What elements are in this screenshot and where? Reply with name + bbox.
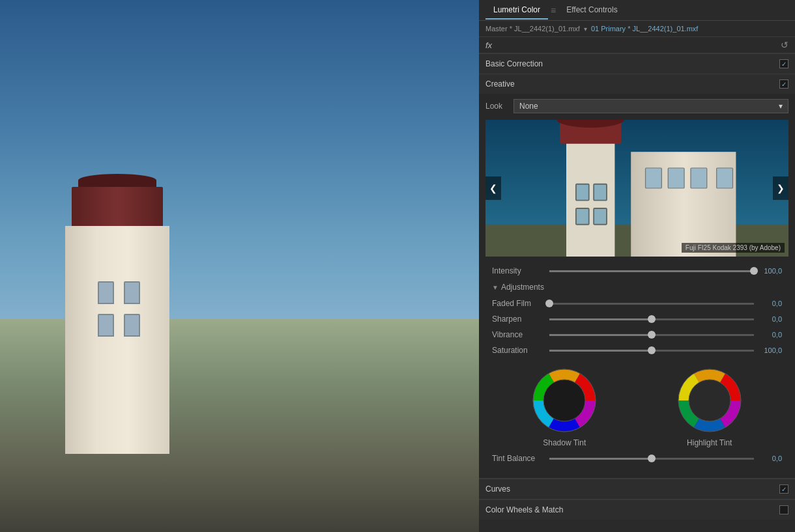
saturation-label: Saturation bbox=[492, 346, 544, 355]
adjustments-header[interactable]: ▼ Adjustments bbox=[485, 279, 788, 296]
vibrance-row: Vibrance 0,0 bbox=[485, 327, 788, 343]
lighthouse-main bbox=[65, 226, 169, 454]
curves-section-header[interactable]: Curves bbox=[479, 479, 795, 499]
sharpen-label: Sharpen bbox=[492, 315, 544, 324]
chevron-down-icon: ▾ bbox=[584, 25, 587, 33]
color-wheels-match-section: Color Wheels & Match bbox=[479, 499, 795, 520]
vibrance-slider[interactable] bbox=[549, 334, 754, 336]
look-value: None bbox=[519, 102, 538, 111]
faded-film-value: 0,0 bbox=[759, 300, 782, 307]
shadow-tint-wheel bbox=[532, 368, 597, 433]
svg-rect-12 bbox=[691, 168, 707, 188]
panel-tabs: Lumetri Color ≡ Effect Controls bbox=[479, 0, 795, 21]
svg-rect-10 bbox=[646, 168, 662, 188]
vibrance-label: Vibrance bbox=[492, 330, 544, 339]
svg-rect-7 bbox=[594, 184, 607, 201]
saturation-slider[interactable] bbox=[549, 350, 754, 352]
faded-film-thumb[interactable] bbox=[545, 300, 553, 307]
dropdown-chevron-icon: ▾ bbox=[779, 102, 783, 111]
lighthouse-cap bbox=[78, 174, 156, 187]
fx-bar: fx ↺ bbox=[479, 37, 795, 53]
tint-balance-value: 0,0 bbox=[759, 455, 782, 462]
highlight-tint-item: Highlight Tint bbox=[677, 368, 742, 447]
intensity-fill bbox=[549, 270, 754, 272]
adjustments-title: Adjustments bbox=[501, 283, 544, 292]
intensity-value: 100,0 bbox=[759, 267, 782, 275]
lighthouse-window bbox=[124, 281, 140, 304]
svg-rect-3 bbox=[566, 128, 614, 257]
faded-film-row: Faded Film 0,0 bbox=[485, 296, 788, 311]
lighthouse-window bbox=[98, 314, 114, 337]
tint-balance-row: Tint Balance 0,0 bbox=[485, 451, 788, 473]
intensity-slider[interactable] bbox=[549, 270, 754, 272]
faded-film-label: Faded Film bbox=[492, 299, 544, 308]
color-wheels-match-checkbox[interactable] bbox=[779, 505, 788, 514]
sharpen-fill bbox=[549, 318, 652, 320]
curves-title: Curves bbox=[485, 484, 510, 494]
faded-film-slider[interactable] bbox=[549, 303, 754, 305]
primary-clip-name: 01 Primary * JL__2442(1)_01.mxf bbox=[591, 25, 698, 33]
intensity-thumb[interactable] bbox=[750, 267, 758, 275]
creative-section-header[interactable]: Creative bbox=[479, 74, 795, 94]
tint-balance-slider[interactable] bbox=[549, 458, 754, 460]
tab-effect-controls[interactable]: Effect Controls bbox=[558, 1, 625, 20]
svg-rect-13 bbox=[717, 168, 733, 188]
look-preview-area: Fuji FI25 Kodak 2393 (by Adobe) ❮ ❯ bbox=[485, 120, 788, 257]
intensity-label: Intensity bbox=[492, 266, 544, 275]
preview-caption: Fuji FI25 Kodak 2393 (by Adobe) bbox=[682, 243, 785, 253]
lighthouse-scene bbox=[0, 0, 479, 532]
svg-rect-2 bbox=[631, 152, 736, 257]
vibrance-fill bbox=[549, 334, 652, 336]
lighthouse-top bbox=[72, 187, 163, 226]
preview-next-button[interactable]: ❯ bbox=[773, 176, 788, 200]
svg-rect-11 bbox=[668, 168, 684, 188]
look-preview-image bbox=[485, 120, 788, 257]
creative-content: Look None ▾ bbox=[479, 94, 795, 478]
tint-balance-label: Tint Balance bbox=[492, 454, 544, 463]
look-label: Look bbox=[485, 102, 508, 111]
look-dropdown[interactable]: None ▾ bbox=[513, 99, 788, 113]
creative-checkbox[interactable] bbox=[779, 79, 788, 89]
panel-scrollable-content[interactable]: Basic Correction Creative Look None ▾ bbox=[479, 53, 795, 532]
look-row: Look None ▾ bbox=[485, 99, 788, 113]
vibrance-value: 0,0 bbox=[759, 331, 782, 339]
color-wheels-match-title: Color Wheels & Match bbox=[485, 505, 563, 514]
lighthouse-window bbox=[98, 281, 114, 304]
clip-header: Master * JL__2442(1)_01.mxf ▾ 01 Primary… bbox=[479, 21, 795, 37]
svg-rect-6 bbox=[576, 184, 589, 201]
lighthouse-windows bbox=[98, 281, 140, 337]
creative-title: Creative bbox=[485, 79, 515, 89]
collapse-triangle-icon: ▼ bbox=[492, 284, 499, 291]
sharpen-slider[interactable] bbox=[549, 318, 754, 320]
sharpen-thumb[interactable] bbox=[648, 315, 656, 323]
tab-lumetri-color[interactable]: Lumetri Color bbox=[485, 1, 548, 20]
video-preview-panel bbox=[0, 0, 479, 532]
master-clip-name: Master * JL__2442(1)_01.mxf bbox=[485, 25, 580, 33]
color-wheels-match-section-header[interactable]: Color Wheels & Match bbox=[479, 499, 795, 520]
vibrance-thumb[interactable] bbox=[648, 331, 656, 339]
saturation-value: 100,0 bbox=[759, 346, 782, 354]
basic-correction-checkbox[interactable] bbox=[779, 59, 788, 68]
svg-rect-8 bbox=[576, 208, 589, 225]
svg-rect-9 bbox=[594, 208, 607, 225]
basic-correction-title: Basic Correction bbox=[485, 59, 543, 68]
tint-balance-thumb[interactable] bbox=[648, 455, 656, 462]
saturation-row: Saturation 100,0 bbox=[485, 343, 788, 358]
saturation-thumb[interactable] bbox=[648, 346, 656, 354]
curves-checkbox[interactable] bbox=[779, 484, 788, 494]
curves-section: Curves bbox=[479, 478, 795, 499]
sharpen-value: 0,0 bbox=[759, 315, 782, 323]
tint-balance-fill bbox=[549, 458, 652, 460]
reset-icon[interactable]: ↺ bbox=[781, 40, 788, 50]
lumetri-color-panel: Lumetri Color ≡ Effect Controls Master *… bbox=[479, 0, 795, 532]
preview-svg bbox=[485, 120, 788, 257]
color-wheels-row: Shadow Tint bbox=[485, 358, 788, 451]
preview-prev-button[interactable]: ❮ bbox=[485, 176, 501, 200]
sharpen-row: Sharpen 0,0 bbox=[485, 311, 788, 327]
intensity-row: Intensity 100,0 bbox=[485, 263, 788, 279]
shadow-tint-item: Shadow Tint bbox=[532, 368, 597, 447]
basic-correction-section-header[interactable]: Basic Correction bbox=[479, 53, 795, 74]
fx-label: fx bbox=[485, 40, 492, 50]
saturation-fill bbox=[549, 350, 652, 352]
highlight-tint-wheel bbox=[677, 368, 742, 433]
